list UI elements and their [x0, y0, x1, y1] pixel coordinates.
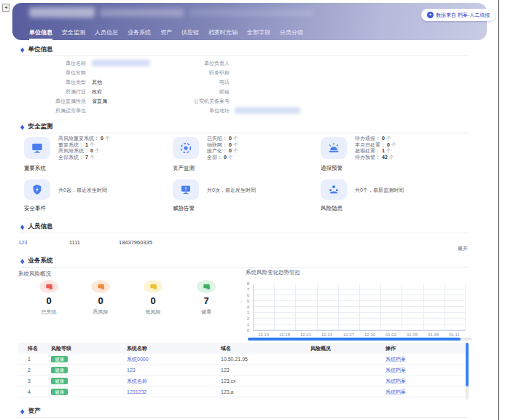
- rank-cell: 4: [28, 386, 31, 397]
- collapse-panel-button[interactable]: ◄: [2, 4, 9, 12]
- chart-zoom-scrollbar-thumb[interactable]: [248, 338, 461, 341]
- col-header-domain: 域名: [221, 343, 231, 354]
- domain-cell: 10.50.21.95: [221, 354, 248, 365]
- data-source-badge[interactable]: ✦ 数据来自 档案-人工填报: [421, 9, 496, 21]
- y-axis-tick: 4: [239, 305, 249, 309]
- table-row: 2 健康 123 123 系统档案: [18, 365, 467, 376]
- field-label: 邮箱: [166, 88, 230, 96]
- tab-personnel-info[interactable]: 人员信息: [95, 28, 118, 40]
- tab-unit-info[interactable]: 单位信息: [29, 28, 52, 40]
- col-header-risk-level: 风险等级: [51, 343, 71, 354]
- system-name-link[interactable]: 系统0000: [127, 354, 149, 365]
- section-header-business: ◆ 业务系统: [20, 257, 52, 265]
- field-label: 单位地址: [166, 107, 230, 114]
- stat-number: 0: [34, 295, 63, 306]
- risk-cluster-icon: [321, 179, 347, 200]
- y-axis-tick: 5: [239, 299, 249, 303]
- stat-value: 1: [85, 142, 88, 147]
- section-marker-icon: ◆: [20, 223, 24, 230]
- field-label: 所属运营单位: [22, 107, 86, 114]
- table-scrollbar-thumb[interactable]: [466, 343, 469, 386]
- stat-value: 42: [382, 155, 388, 160]
- field-value: 其他: [92, 79, 165, 86]
- stat-label: 已失陷：: [207, 136, 227, 141]
- stat-caption: 健康: [192, 308, 221, 316]
- stat-unit: 个: [233, 148, 238, 153]
- important-systems-icon: [24, 137, 50, 159]
- redacted-unit-address: [235, 107, 300, 114]
- field-value: 政府: [92, 88, 165, 96]
- system-archive-link[interactable]: 系统档案: [385, 376, 406, 386]
- tab-assets[interactable]: 资产: [160, 28, 172, 40]
- section-marker-icon: ◆: [20, 257, 24, 265]
- x-axis-tick: 01.08: [423, 332, 444, 337]
- y-axis-tick: 0: [239, 328, 249, 332]
- section-title: 人员信息: [28, 222, 52, 231]
- stat-unit: 个: [90, 155, 95, 160]
- divider: [18, 417, 469, 418]
- system-name-link[interactable]: 系统名称: [127, 376, 147, 386]
- data-source-label: 数据来自 档案-人工填报: [436, 12, 490, 19]
- security-events-text: 共0起，最近发生时间: [58, 187, 107, 194]
- healthy-status-icon: [197, 280, 216, 293]
- system-name-link[interactable]: 123: [127, 365, 136, 376]
- tab-all-fields[interactable]: 全部字段: [247, 28, 270, 40]
- divider: [18, 267, 469, 268]
- table-row: 3 健康 系统名称 123.cx 系统档案: [18, 376, 467, 386]
- table-scrollbar-track[interactable]: [466, 343, 469, 400]
- risk-level-badge: 健康: [51, 389, 68, 395]
- alert-siren-icon: [321, 137, 347, 159]
- window-right-border: [498, 0, 499, 420]
- stat-value: 0: [224, 155, 227, 160]
- stat-caption: 高风险: [86, 308, 115, 316]
- system-name-link[interactable]: 1231232: [127, 386, 146, 397]
- field-label: 公安机关备案号: [166, 98, 230, 105]
- tab-classification[interactable]: 分类分级: [280, 28, 303, 40]
- system-archive-link[interactable]: 系统档案: [385, 365, 406, 376]
- tab-supply-chain[interactable]: 供应链: [181, 28, 199, 40]
- personnel-dept: 1111: [69, 239, 80, 246]
- stat-unit: 个: [90, 142, 95, 147]
- risk-overview-caption: 系统风险概况: [18, 271, 51, 278]
- system-archive-link[interactable]: 系统档案: [385, 386, 406, 397]
- threat-alerts-text: 共0次，最近发生时间: [207, 187, 256, 194]
- col-header-action: 操作: [385, 343, 396, 354]
- x-axis-tick: 12.30: [359, 332, 380, 337]
- y-axis-tick: 1: [239, 322, 249, 327]
- divider: [18, 55, 469, 56]
- domain-cell: 123.cx: [221, 376, 236, 386]
- y-axis-tick: 6: [239, 293, 249, 298]
- card-label: 风险隐患: [321, 205, 342, 212]
- card-label: 重要系统: [24, 165, 46, 172]
- stat-value: 0: [229, 148, 232, 153]
- chart-zoom-scrollbar-track[interactable]: [248, 338, 472, 341]
- data-source-icon: ✦: [427, 12, 434, 18]
- expand-button[interactable]: 展开: [446, 245, 468, 252]
- y-axis-tick: 7: [239, 287, 249, 292]
- stat-caption: 低风险: [138, 308, 168, 316]
- header-banner: ✦ 数据来自 档案-人工填报 单位信息 安全监测 人员信息 业务系统 资产 供应…: [12, 3, 487, 40]
- domain-cell: 123: [221, 365, 230, 376]
- rank-cell: 2: [28, 365, 31, 376]
- personnel-name-link[interactable]: 123: [18, 239, 28, 246]
- stat-unit: 个: [391, 142, 396, 147]
- section-header-security: ◆ 安全监测: [20, 122, 52, 131]
- tab-archive-timeline[interactable]: 档案时光轴: [208, 28, 238, 40]
- tab-business-systems[interactable]: 业务系统: [128, 28, 151, 40]
- field-label: 单位官网: [22, 69, 86, 77]
- compromised-status-icon: [39, 280, 58, 293]
- table-row: 1 健康 系统0000 10.50.21.95 系统档案: [18, 354, 467, 365]
- stat-value: 0: [101, 136, 103, 141]
- y-axis-tick: 2: [239, 316, 249, 321]
- trend-chart-title: 系统风险变化趋势管控: [246, 269, 300, 276]
- x-axis-tick: 12.27: [338, 332, 359, 337]
- section-marker-icon: ◆: [20, 123, 24, 131]
- system-archive-link[interactable]: 系统档案: [385, 354, 406, 365]
- stat-label: 全部系统：: [58, 155, 84, 160]
- stat-caption: 已失陷: [34, 308, 63, 316]
- rank-cell: 3: [28, 376, 31, 386]
- tab-security-monitor[interactable]: 安全监测: [62, 28, 85, 40]
- stat-label: 超期处置：: [355, 148, 380, 153]
- field-label: 所属行业: [22, 88, 86, 96]
- section-title: 资产: [28, 407, 40, 416]
